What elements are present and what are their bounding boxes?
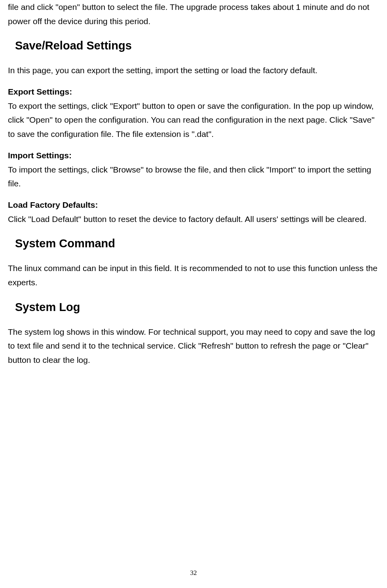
system-command-body: The linux command can be input in this f… [8, 261, 379, 289]
load-default-block: Load Factory Defaults: Click "Load Defau… [8, 198, 379, 226]
page-number: 32 [0, 569, 387, 577]
load-default-body: Click "Load Default" button to reset the… [8, 212, 379, 226]
import-settings-body: To import the settings, click "Browse" t… [8, 163, 379, 191]
system-log-heading: System Log [15, 301, 379, 314]
save-reload-heading: Save/Reload Settings [15, 39, 379, 52]
load-default-heading: Load Factory Defaults: [8, 198, 379, 212]
save-reload-intro: In this page, you can export the setting… [8, 63, 379, 78]
import-settings-heading: Import Settings: [8, 148, 379, 163]
system-command-heading: System Command [15, 237, 379, 250]
import-settings-block: Import Settings: To import the settings,… [8, 148, 379, 191]
export-settings-body: To export the settings, click "Export" b… [8, 99, 379, 141]
export-settings-heading: Export Settings: [8, 85, 379, 99]
intro-paragraph: file and click "open" button to select t… [8, 0, 379, 28]
export-settings-block: Export Settings: To export the settings,… [8, 85, 379, 141]
system-log-body: The system log shows in this window. For… [8, 325, 379, 367]
